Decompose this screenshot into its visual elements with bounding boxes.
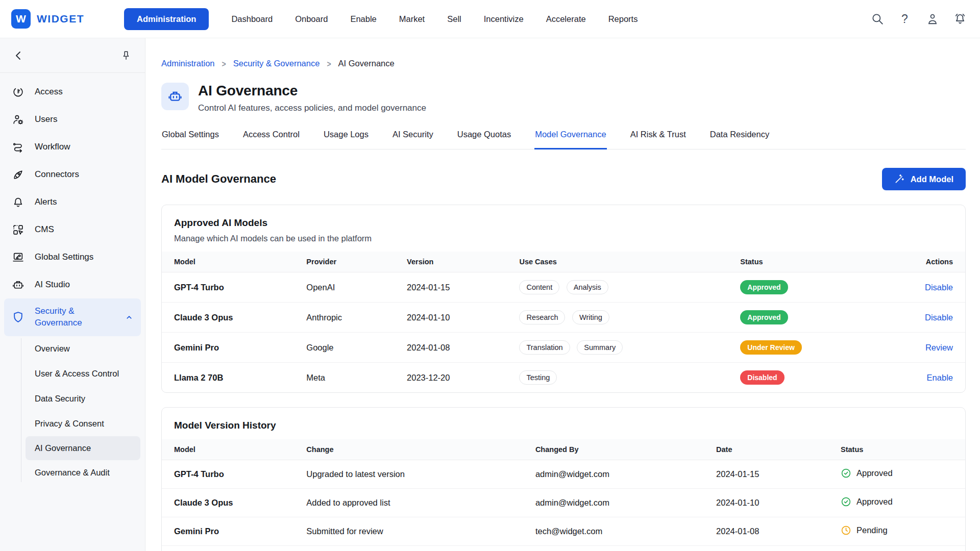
nav-item-enable[interactable]: Enable (350, 14, 376, 24)
sidebar-item-cms[interactable]: CMS (0, 216, 145, 243)
version: 2024-01-10 (407, 303, 519, 333)
magic-wand-icon (894, 174, 904, 184)
use-case-chip: Testing (519, 370, 557, 385)
use-cases: Testing (519, 363, 740, 393)
tab-global-settings[interactable]: Global Settings (161, 128, 219, 149)
nav-item-market[interactable]: Market (399, 14, 425, 24)
version: 2023-12-20 (407, 363, 519, 393)
tab-ai-risk-trust[interactable]: AI Risk & Trust (630, 128, 687, 149)
collapse-sidebar-icon[interactable] (12, 49, 24, 62)
change-date: 2023-12-20 (716, 546, 841, 551)
change-date: 2024-01-10 (716, 489, 841, 517)
sidebar-subitem-data-security[interactable]: Data Security (0, 386, 145, 411)
sidebar-subitem-governance-audit[interactable]: Governance & Audit (0, 460, 145, 485)
nav-item-accelerate[interactable]: Accelerate (546, 14, 586, 24)
column-header: Provider (306, 252, 407, 272)
sidebar-item-label: Connectors (35, 169, 79, 180)
provider: Google (306, 333, 407, 363)
model-name: Gemini Pro (162, 517, 306, 546)
tab-model-governance[interactable]: Model Governance (534, 128, 606, 149)
table-row: Claude 3 Opus Anthropic 2024-01-10 Resea… (162, 303, 965, 333)
nav-item-incentivize[interactable]: Incentivize (484, 14, 524, 24)
tab-usage-quotas[interactable]: Usage Quotas (457, 128, 511, 149)
history-status-label: Approved (856, 468, 893, 478)
sidebar-item-connectors[interactable]: Connectors (0, 161, 145, 188)
tab-data-residency[interactable]: Data Residency (709, 128, 770, 149)
sidebar-item-ai-studio[interactable]: AI Studio (0, 271, 145, 298)
add-model-button[interactable]: Add Model (882, 168, 966, 190)
use-case-chip: Writing (572, 310, 609, 324)
column-header: Actions (893, 252, 965, 272)
nav-item-dashboard[interactable]: Dashboard (231, 14, 273, 24)
sidebar-subnav: Overview User & Access Control Data Secu… (0, 336, 145, 485)
changed-by: admin@widget.com (535, 489, 716, 517)
sidebar-subitem-ai-governance[interactable]: AI Governance (26, 436, 140, 460)
user-icon[interactable] (925, 12, 939, 26)
version-history-card: Model Version History Model Change Chang… (161, 407, 966, 551)
workflow-icon (11, 140, 24, 154)
change-date: 2024-01-08 (716, 517, 841, 546)
approved-models-table: Model Provider Version Use Cases Status … (162, 252, 965, 392)
column-header: Version (407, 252, 519, 272)
sidebar-item-workflow[interactable]: Workflow (0, 133, 145, 161)
sidebar-item-alerts[interactable]: Alerts (0, 188, 145, 216)
column-header: Model (162, 252, 306, 272)
sidebar-item-label: Access (35, 87, 63, 97)
table-row: GPT-4 Turbo Upgraded to latest version a… (162, 460, 965, 489)
sidebar-subitem-privacy-consent[interactable]: Privacy & Consent (0, 411, 145, 436)
tab-ai-security[interactable]: AI Security (392, 128, 434, 149)
table-row: GPT-4 Turbo OpenAI 2024-01-15 Content An… (162, 272, 965, 303)
page-title: AI Governance (198, 83, 426, 99)
page-header: AI Governance Control AI features, acces… (161, 83, 966, 113)
section-header: AI Model Governance Add Model (161, 168, 966, 190)
breadcrumb-current: AI Governance (338, 59, 395, 68)
sidebar-subitem-overview[interactable]: Overview (0, 336, 145, 361)
access-icon (11, 85, 24, 98)
cms-icon (11, 223, 24, 236)
sidebar-item-security-governance[interactable]: Security & Governance (4, 298, 141, 336)
table-row: Claude 3 Opus Added to approved list adm… (162, 489, 965, 517)
tab-usage-logs[interactable]: Usage Logs (323, 128, 369, 149)
disable-action-link[interactable]: Disable (925, 283, 953, 292)
approved-models-title: Approved AI Models (174, 217, 953, 229)
review-action-link[interactable]: Review (925, 343, 953, 352)
help-icon[interactable]: ? (898, 12, 912, 26)
enable-action-link[interactable]: Enable (927, 373, 953, 382)
sidebar-subitem-user-access-control[interactable]: User & Access Control (0, 361, 145, 386)
column-header: Status (841, 439, 965, 460)
status-badge: Under Review (740, 340, 802, 355)
nav-item-sell[interactable]: Sell (447, 14, 461, 24)
table-row: Llama 2 70B Disabled due to policy admin… (162, 546, 965, 551)
nav-item-administration[interactable]: Administration (124, 8, 209, 30)
breadcrumb-separator-icon: > (327, 59, 331, 68)
pin-sidebar-icon[interactable] (120, 50, 132, 61)
use-cases: Content Analysis (519, 272, 740, 303)
brand-logo-icon: W (11, 9, 31, 29)
tab-access-control[interactable]: Access Control (242, 128, 300, 149)
sidebar-item-label: Security & Governance (35, 306, 92, 329)
version-history-table: Model Change Changed By Date Status GPT-… (162, 439, 965, 551)
changed-by: tech@widget.com (535, 517, 716, 546)
sidebar-item-users[interactable]: Users (0, 106, 145, 133)
disable-action-link[interactable]: Disable (925, 313, 953, 322)
use-cases: Research Writing (519, 303, 740, 333)
change-description: Added to approved list (306, 489, 535, 517)
breadcrumb-link-security-governance[interactable]: Security & Governance (233, 59, 320, 68)
sidebar-item-label: Alerts (35, 197, 57, 207)
notifications-bell-icon[interactable] (953, 12, 967, 26)
sidebar-item-global-settings[interactable]: Global Settings (0, 243, 145, 271)
brand-logo[interactable]: W WIDGET (11, 9, 84, 29)
top-nav: Administration Dashboard Onboard Enable … (124, 8, 638, 30)
breadcrumb-link-administration[interactable]: Administration (161, 59, 215, 68)
use-case-chip: Translation (519, 340, 570, 355)
change-description: Submitted for review (306, 517, 535, 546)
version: 2024-01-15 (407, 272, 519, 303)
sidebar-item-access[interactable]: Access (0, 78, 145, 106)
chevron-up-icon (125, 313, 134, 322)
nav-item-onboard[interactable]: Onboard (295, 14, 328, 24)
sidebar-item-label: Global Settings (35, 252, 93, 262)
nav-item-reports[interactable]: Reports (608, 14, 638, 24)
top-bar: W WIDGET Administration Dashboard Onboar… (0, 0, 980, 38)
table-row: Gemini Pro Google 2024-01-08 Translation… (162, 333, 965, 363)
search-icon[interactable] (870, 12, 884, 26)
